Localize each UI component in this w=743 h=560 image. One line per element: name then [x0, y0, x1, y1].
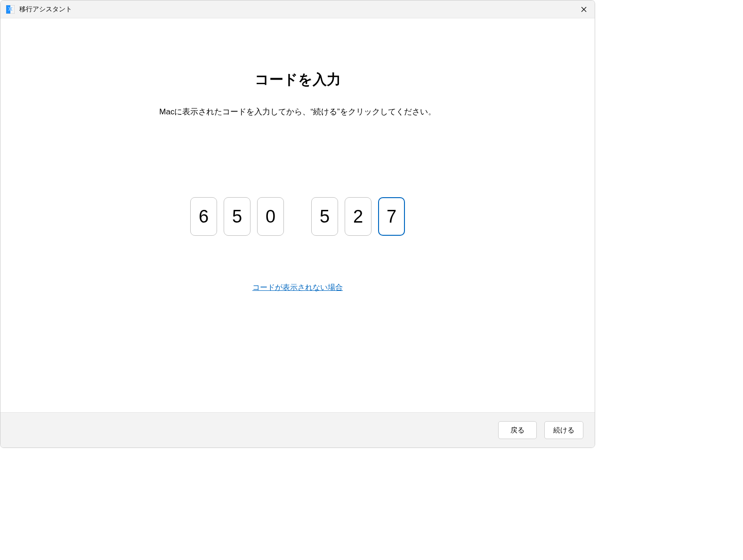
main-content: コードを入力 Macに表示されたコードを入力してから、“続ける”をクリックしてく…: [0, 18, 595, 412]
close-button[interactable]: [573, 0, 595, 18]
code-digit-5[interactable]: [345, 197, 372, 236]
help-link[interactable]: コードが表示されない場合: [252, 283, 343, 293]
code-digit-6[interactable]: [378, 197, 405, 236]
back-button[interactable]: 戻る: [498, 421, 537, 439]
continue-button[interactable]: 続ける: [544, 421, 583, 439]
app-icon: [6, 5, 15, 14]
page-heading: コードを入力: [255, 70, 341, 89]
code-digit-4[interactable]: [311, 197, 338, 236]
code-digit-2[interactable]: [224, 197, 250, 236]
window-title: 移行アシスタント: [19, 5, 72, 14]
code-digit-1[interactable]: [190, 197, 217, 236]
code-input-group: [190, 197, 405, 236]
instruction-text: Macに表示されたコードを入力してから、“続ける”をクリックしてください。: [159, 106, 436, 117]
footer: 戻る 続ける: [0, 412, 595, 448]
titlebar: 移行アシスタント: [0, 0, 595, 18]
code-digit-3[interactable]: [257, 197, 284, 236]
code-group-separator: [291, 197, 305, 236]
